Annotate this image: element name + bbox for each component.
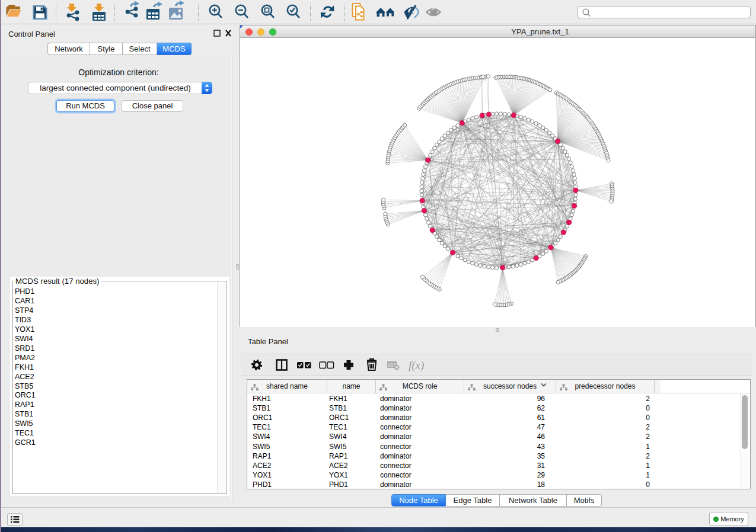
- svg-text:f(x): f(x): [409, 359, 424, 372]
